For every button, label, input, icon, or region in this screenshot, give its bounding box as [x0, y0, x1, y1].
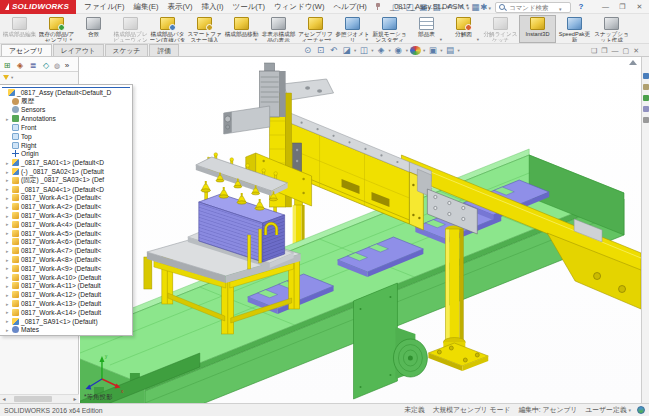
- task-pane-tab-icon[interactable]: [643, 95, 649, 101]
- scrollbar-thumb[interactable]: [14, 396, 52, 402]
- headsup-icon[interactable]: ◪: [341, 45, 352, 56]
- tree-item[interactable]: _0817_Assy (Default<Default_D: [0, 88, 132, 97]
- graphics-viewport[interactable]: y x *等角投影: [80, 57, 641, 403]
- tree-item[interactable]: Right: [0, 141, 132, 150]
- ribbon-tab[interactable]: 評価: [149, 44, 179, 56]
- tree-item[interactable]: ▸ _0817_SA91<1> (Default): [0, 317, 132, 326]
- units-dropdown-icon[interactable]: ▾: [628, 407, 631, 413]
- dropdown-arrow-icon[interactable]: ▾: [477, 37, 479, 42]
- dropdown-arrow-icon[interactable]: ▾: [371, 48, 373, 53]
- dropdown-arrow-icon[interactable]: ▾: [406, 48, 408, 53]
- dropdown-arrow-icon[interactable]: ▾: [440, 37, 442, 42]
- headsup-icon[interactable]: ▤: [445, 45, 456, 56]
- tree-item[interactable]: ▸ Mates: [0, 326, 132, 335]
- tree-item[interactable]: ▸ 0817_Work-A<11> (Default: [0, 282, 132, 291]
- headsup-icon[interactable]: ▣: [427, 45, 438, 56]
- tree-item[interactable]: ▸ 0817_Work-A<12> (Default: [0, 290, 132, 299]
- search-input[interactable]: [507, 3, 559, 12]
- ribbon-tab[interactable]: スケッチ: [105, 44, 149, 56]
- headsup-icon[interactable]: ⊙: [302, 45, 313, 56]
- ribbon-button[interactable]: 合致: [75, 15, 112, 43]
- tree-item[interactable]: 履歴: [0, 97, 132, 106]
- tree-item[interactable]: ▸ 0817_Work-A<5> (Default<: [0, 229, 132, 238]
- ribbon-button[interactable]: 新規モーションスタディ: [371, 15, 408, 43]
- dropdown-arrow-icon[interactable]: ▾: [423, 48, 425, 53]
- model-canvas[interactable]: y x: [80, 57, 641, 403]
- ribbon-button[interactable]: 部品表 ▾: [408, 15, 445, 43]
- ribbon-button[interactable]: 構成部品パターン(直線パターン) ▾: [149, 15, 186, 43]
- panel-tab-icon[interactable]: ◈: [14, 58, 26, 71]
- panel-tab-icon[interactable]: ⊞: [1, 58, 13, 71]
- headsup-icon[interactable]: ⊡: [315, 45, 326, 56]
- quick-access-button[interactable]: ▦: [471, 1, 479, 13]
- tree-item[interactable]: ▸ _0817_SA04<1> (Default<D: [0, 185, 132, 194]
- panel-tab-icon[interactable]: ≣: [27, 58, 39, 71]
- dropdown-arrow-icon[interactable]: ▾: [181, 37, 183, 42]
- dropdown-arrow-icon[interactable]: ▾: [389, 48, 391, 53]
- menu-item[interactable]: ヘルプ(H): [329, 1, 370, 13]
- task-pane-tab-icon[interactable]: [643, 106, 649, 112]
- ribbon-button[interactable]: 構成部品移動 ▾: [223, 15, 260, 43]
- tree-filter[interactable]: ▾: [0, 72, 78, 83]
- ribbon-tab[interactable]: アセンブリ: [1, 44, 52, 56]
- pin-icon[interactable]: [374, 3, 381, 10]
- menu-item[interactable]: ツール(T): [228, 1, 268, 13]
- ribbon-button[interactable]: 分解ラインスケッチ: [482, 15, 519, 43]
- menu-item[interactable]: 挿入(I): [197, 1, 227, 13]
- quick-access-button[interactable]: ✱: [480, 1, 487, 13]
- ribbon-button[interactable]: 構成部品編集: [1, 15, 38, 43]
- task-pane-tab-icon[interactable]: [643, 117, 649, 123]
- panel-tab-icon[interactable]: »: [61, 58, 73, 71]
- headsup-icon[interactable]: ◉: [393, 45, 404, 56]
- dropdown-arrow-icon[interactable]: ▾: [11, 75, 13, 80]
- tree-item[interactable]: ▸ 0817_Work-A<1> (Default<: [0, 194, 132, 203]
- ribbon-button[interactable]: 構成部品プレビューウィンドウ: [112, 15, 149, 43]
- ribbon-button[interactable]: スマートファスナー挿入: [186, 15, 223, 43]
- tree-item[interactable]: ▸ 0817_Work-A<10> (Default: [0, 273, 132, 282]
- search-dropdown-icon[interactable]: ▾: [559, 6, 562, 12]
- dropdown-arrow-icon[interactable]: ▾: [440, 48, 442, 53]
- dropdown-arrow-icon[interactable]: ▾: [458, 48, 460, 53]
- tree-item[interactable]: Top: [0, 132, 132, 141]
- minimize-button[interactable]: —: [598, 2, 613, 13]
- ribbon-button[interactable]: スナップショット作成: [593, 15, 630, 43]
- command-search[interactable]: ▾: [495, 2, 571, 13]
- tree-item[interactable]: ▸ 0817_Work-A<14> (Default: [0, 308, 132, 317]
- tree-item[interactable]: ▸ 0817_Work-A<4> (Default<: [0, 220, 132, 229]
- ribbon-button[interactable]: Instant3D: [519, 15, 556, 43]
- restore-button[interactable]: ❐: [615, 2, 630, 13]
- panel-tab-icon[interactable]: ◍: [53, 58, 60, 71]
- tree-item[interactable]: ▸ (固定) _0817_SA03<1> (Def: [0, 176, 132, 185]
- doc-minimize-icon[interactable]: —: [612, 46, 619, 56]
- tree-item[interactable]: ▸ Annotations: [0, 114, 132, 123]
- tree-item[interactable]: ▸ 0817_Work-A<13> (Default: [0, 299, 132, 308]
- panel-tab-icon[interactable]: ◇: [40, 58, 52, 71]
- tree-item[interactable]: ▸ 0817_Work-A<7> (Default<: [0, 246, 132, 255]
- dropdown-arrow-icon[interactable]: ▾: [488, 5, 491, 11]
- task-pane-tab-icon[interactable]: [643, 128, 649, 134]
- ribbon-button[interactable]: アセンブリフィーチャー ▾: [297, 15, 334, 43]
- task-pane-tab-icon[interactable]: [643, 73, 649, 79]
- tree-item[interactable]: ▸ 0817_Work-A<8> (Default<: [0, 255, 132, 264]
- menu-item[interactable]: ウィンドウ(W): [270, 1, 328, 13]
- doc-close-icon[interactable]: ✕: [633, 46, 639, 56]
- ribbon-button[interactable]: 分解図 ▾: [445, 15, 482, 43]
- ribbon-button[interactable]: 既存の部品/アセンブリ ▾: [38, 15, 75, 43]
- ribbon-tab[interactable]: レイアウト: [53, 44, 104, 56]
- doc-restore-icon[interactable]: ▢: [623, 46, 630, 56]
- tree-item[interactable]: ▸ _0817_SA01<1> (Default<D: [0, 158, 132, 167]
- tree-item[interactable]: ▸ (-) _0817_SA02<1> (Default: [0, 167, 132, 176]
- headsup-icon[interactable]: ◈: [376, 45, 387, 56]
- menu-item[interactable]: ファイル(F): [80, 1, 128, 13]
- help-button[interactable]: ?: [575, 0, 587, 14]
- tree-item[interactable]: Sensors: [0, 106, 132, 115]
- tree-item[interactable]: ▸ 0817_Work-A<6> (Default<: [0, 238, 132, 247]
- menu-item[interactable]: 編集(E): [129, 1, 162, 13]
- tree-item[interactable]: ▸ 0817_Work-A<3> (Default<: [0, 211, 132, 220]
- dropdown-arrow-icon[interactable]: ▾: [354, 48, 356, 53]
- tree-item[interactable]: Front: [0, 123, 132, 132]
- headsup-icon[interactable]: ↶: [328, 45, 339, 56]
- menu-item[interactable]: 表示(V): [163, 1, 196, 13]
- globe-icon[interactable]: [637, 406, 645, 414]
- dropdown-arrow-icon[interactable]: ▾: [70, 37, 72, 42]
